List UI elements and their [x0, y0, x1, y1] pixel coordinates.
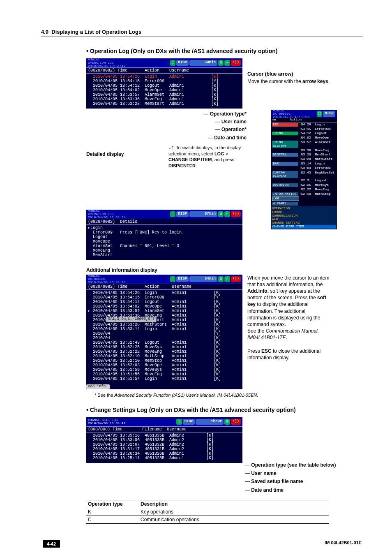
menu-row: 4 PANEL — [271, 201, 337, 206]
time-badge: 58min — [189, 60, 217, 66]
screenshot-operation-log: Admin1OPERATION LOG2010/04/05 13:54:49 ⬚… — [86, 58, 242, 109]
menu-row: BAR:53:14 Login — [271, 162, 337, 166]
menu-row: x:53:36 MoveEng — [271, 148, 337, 153]
disp-badge: DISP — [176, 211, 189, 217]
column-header: (0020/0082) Time Action Username — [86, 284, 242, 290]
bullet-operation-log: Operation Log (Only on DXs with the /AS1… — [86, 48, 363, 54]
menu-row: x:54:15 Error009 — [271, 127, 337, 132]
menu-row: x:54:02 MoveOpe — [271, 136, 337, 140]
page-footer: 4-42 IM 04L42B01-01E — [41, 540, 363, 548]
mem-icon: ⬚ — [170, 60, 175, 66]
menu-row: INFOR-MATION:52:10 MathStop — [271, 192, 337, 197]
softkey-add-info[interactable]: Add.info. — [86, 384, 110, 389]
menu-row: LOG — [271, 196, 337, 201]
time-badge: 1hour — [196, 419, 224, 425]
menu-row: TREND HISTORY:53:57 AlarmSet — [271, 140, 337, 148]
mem-icon: ⬚ — [317, 111, 322, 117]
menu-row: OVERVIEW:52:25 MoveSys — [271, 183, 337, 187]
disp-badge: DISP — [176, 60, 189, 66]
footnote-as1: * See the Advanced Security Function (/A… — [95, 393, 363, 398]
bullet-change-settings-log: Change Settings Log (Only on DXs with th… — [86, 407, 363, 413]
doc-number: IM 04L42B01-01E — [325, 540, 362, 548]
menu-row: x:52:22 MoveEng — [271, 187, 337, 192]
detailed-display-label: Detailed display — [86, 151, 168, 157]
disp-badge: DISP — [176, 276, 189, 282]
status-icon: ◎ — [218, 60, 224, 66]
time-badge: 54min — [189, 276, 217, 282]
status-icon: ◎ — [224, 419, 230, 425]
mem-icon: ⬚ — [170, 276, 175, 282]
column-header: (0020/0082) Details — [86, 219, 242, 225]
screenshot-additional-info: Admin1DX-0000012010/04/05 13:58:20 ⬚ DIS… — [86, 275, 242, 389]
section-heading: 4.9 Displaying a List of Operation Logs — [41, 29, 363, 37]
menu-row: TREND:54:12 Logout — [271, 131, 337, 136]
column-header: (0020/0082) Time Action Username — [86, 67, 242, 74]
additional-info-explain: When you move the cursor to an item that… — [247, 275, 330, 361]
additional-info-label: Additional information display — [86, 267, 363, 273]
log-rows: 2010/04/05 13:54:26 Login Admin1 [K] 201… — [86, 74, 242, 109]
section-number: 4.9 — [41, 29, 48, 35]
menu-submenu: OPERATIONERRORCOMMUNICATIONWEBCHANGE SET… — [271, 206, 337, 229]
link-icon: ⇄ — [224, 60, 230, 66]
callouts-operation-log: — Operation type* — User name — Operatio… — [172, 110, 247, 142]
link-icon: ⇄ — [224, 211, 230, 217]
screenshot-detailed: Admin1OPERATION LOG2010/04/05 13:55:38 ⬚… — [86, 210, 242, 260]
menu-row: ESC:54:26 Login — [271, 123, 337, 127]
menu-row: x:53:03 Error009 — [271, 166, 337, 171]
disp-badge: DISP — [323, 111, 335, 117]
column-header: (008/008) Time Filename Username — [86, 426, 242, 432]
menu-row: x:53:28 MathStart — [271, 157, 337, 162]
link-icon: ⇄ — [224, 276, 230, 282]
switch-display-note: ↓↑To switch displays, in the display sel… — [168, 143, 247, 169]
signal-icon: •)) — [231, 211, 241, 217]
signal-icon: •)) — [231, 419, 241, 425]
log-rows: 2010/04/05 13:54:26 Login Admin1 [K] 201… — [86, 290, 242, 384]
screenshot-menu: Admin1DX-0000012010/04/05 13:55:20 ⬚ DIS… — [271, 110, 337, 229]
section-title: Displaying a List of Operation Logs — [51, 29, 141, 35]
cursor-explain: Cursor (blue arrow) Move the cursor with… — [247, 71, 334, 85]
operation-type-table: Operation typeDescription KKey operation… — [86, 500, 329, 524]
screenshot-change-settings: CHANGE SET. LOG2010/04/05 13:55:49 ⬚ DIS… — [86, 417, 242, 463]
menu-row: x:52:31 Logout — [271, 178, 337, 183]
log-rows: 2010/04/05 13:35:16 4051335B Admin2 [K] … — [86, 432, 242, 463]
page-number: 4-42 — [43, 540, 60, 548]
menu-row: CUSTOM DISPLAY:52:43 Eng&SysSet — [271, 171, 337, 179]
mem-icon: ⬚ — [176, 419, 182, 425]
menu-row: DIGITAL:53:28 MemStart — [271, 153, 337, 157]
mem-icon: ⬚ — [170, 211, 175, 217]
callouts-change-settings: — Operation type (see the table below) —… — [245, 461, 336, 495]
signal-icon: •)) — [231, 60, 241, 66]
log-rows: ▸Login Error009 Press [FUNC] key to logi… — [86, 225, 242, 260]
disp-badge: DISP — [183, 419, 195, 425]
status-icon: ◎ — [218, 211, 224, 217]
time-badge: 57min — [189, 211, 217, 217]
signal-icon: •)) — [231, 276, 241, 282]
status-icon: ◎ — [218, 276, 224, 282]
tooltip-add-info: SA1,3,On,L,-18000,Off — [106, 317, 157, 322]
